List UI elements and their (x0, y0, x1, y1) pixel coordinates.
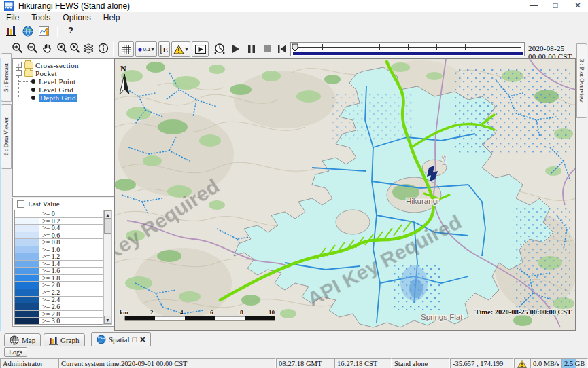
minimize-button[interactable]: — (523, 0, 544, 12)
legend-swatch (15, 318, 39, 325)
warning-icon (173, 45, 184, 54)
database-viewer-icon[interactable] (5, 26, 17, 37)
svg-text:N: N (120, 64, 126, 73)
grid-toggle-button[interactable] (118, 41, 134, 57)
tab-spatial-label: Spatial (109, 335, 130, 344)
status-warning-cell[interactable] (514, 358, 530, 368)
legend-swatch (15, 311, 39, 318)
time-slider-thumb[interactable] (292, 43, 298, 52)
globe-icon (97, 335, 106, 344)
map-display-icon[interactable] (22, 26, 33, 37)
set-current-time-icon[interactable] (213, 42, 226, 56)
legend-class-table: >= 0>= 0.2>= 0.4>= 0.6>= 0.8>= 1.0>= 1.2… (14, 210, 104, 325)
legend-label: >= 1.0 (39, 246, 103, 253)
tree-node-label: Level Point (39, 77, 75, 86)
legend-row[interactable]: >= 3.0 (15, 318, 103, 325)
status-gmt-time: 08:27:18 GMT (276, 358, 334, 368)
map-canvas[interactable]: Hikurangi Springs Flat SH1 N km 2 4 6 8 … (114, 58, 576, 331)
menu-file[interactable]: File (0, 12, 25, 24)
tab-data-viewer[interactable]: 6 : Data Viewer (1, 104, 12, 169)
menu-tools[interactable]: Tools (25, 12, 56, 24)
play-icon[interactable] (232, 44, 240, 54)
legend-label: >= 0.6 (39, 232, 103, 239)
tab-map[interactable]: Map (4, 333, 41, 347)
class-dot-icon (138, 48, 142, 52)
zoom-in-icon[interactable] (12, 42, 24, 54)
legend-label: >= 2.8 (39, 311, 103, 318)
info-icon[interactable] (98, 43, 109, 54)
time-slider[interactable] (290, 42, 525, 56)
pause-icon[interactable] (247, 44, 256, 54)
svg-text:6: 6 (210, 309, 213, 316)
legend-label: >= 1.4 (39, 261, 103, 268)
thresholds-dropdown[interactable]: ▾ (171, 41, 190, 57)
tree-node-label-selected: Depth Grid (39, 94, 77, 102)
scale-editor-button[interactable]: E (158, 41, 170, 57)
close-button[interactable]: ✕ (568, 0, 588, 12)
zoom-out-icon[interactable] (27, 42, 39, 54)
classification-dropdown[interactable]: 0.1 ▾ (135, 41, 157, 57)
menu-bar: File Tools Options Help (0, 12, 588, 24)
zoom-previous-icon[interactable] (56, 42, 68, 54)
svg-text:10: 10 (269, 309, 275, 316)
scroll-up-icon[interactable]: ▲ (104, 210, 111, 219)
logs-button[interactable]: Logs (4, 347, 27, 357)
legend-swatch (15, 297, 39, 303)
tab-forecast[interactable]: 5 : Forecast (1, 53, 12, 102)
tree-node-depth-grid[interactable]: Depth Grid (13, 94, 114, 102)
legend-label: >= 0.2 (39, 218, 103, 225)
legend-row[interactable]: >= 0 (15, 210, 103, 218)
tab-plot-overview[interactable]: 3 : Plot Overview (576, 43, 587, 118)
bullet-icon (31, 79, 35, 84)
legend-swatch (15, 246, 39, 253)
globe-wireframe-icon (10, 335, 19, 345)
legend-scrollbar[interactable]: ▲ ▼ (103, 210, 112, 325)
expand-icon[interactable]: + (16, 62, 22, 68)
legend-title: Last Value (28, 200, 60, 208)
tree-node-level-point[interactable]: Level Point (13, 77, 114, 86)
svg-text:Hikurangi: Hikurangi (406, 197, 439, 205)
legend-swatch (15, 253, 39, 260)
legend-swatch (15, 210, 39, 217)
last-value-checkbox[interactable] (17, 200, 24, 208)
status-download-rate: 0.0 MB/s (530, 358, 561, 368)
scroll-thumb[interactable] (104, 219, 111, 234)
scroll-down-icon[interactable]: ▼ (104, 316, 111, 324)
tab-graph[interactable]: Graph (44, 333, 85, 347)
status-system-time: Current system time:2020-09-01 00:00 CST (58, 358, 276, 368)
collapse-icon[interactable]: - (16, 70, 22, 76)
legend-row[interactable]: >= 2.2 (15, 289, 103, 297)
menu-help[interactable]: Help (97, 12, 126, 24)
timeseries-display-icon[interactable] (39, 26, 51, 37)
svg-text:8: 8 (240, 309, 243, 316)
toolbar-separator (57, 26, 58, 37)
pan-hand-icon[interactable] (41, 42, 54, 54)
legend-swatch (15, 232, 39, 239)
tree-node-level-grid[interactable]: Level Grid (13, 86, 114, 94)
layers-icon[interactable] (83, 43, 94, 54)
legend-label: >= 0.8 (39, 239, 103, 246)
legend-label: >= 2.0 (39, 282, 103, 289)
window-title: Hikurangi FEWS (Stand alone) (18, 1, 130, 11)
tree-node-label: Cross-section (35, 61, 79, 69)
svg-text:SH1: SH1 (440, 155, 447, 167)
tab-spatial[interactable]: Spatial □ ✕ (91, 332, 151, 347)
classification-value: 0.1 (143, 46, 150, 52)
stop-icon[interactable] (263, 44, 271, 54)
menu-options[interactable]: Options (56, 12, 97, 24)
toolbar-separator (113, 42, 114, 56)
step-backward-icon[interactable] (277, 44, 287, 54)
chevron-down-icon: ▾ (185, 47, 188, 52)
animation-button[interactable] (192, 41, 209, 57)
zoom-next-icon[interactable] (69, 42, 81, 54)
maximize-button[interactable]: □ (545, 0, 566, 12)
help-icon[interactable]: ? (68, 25, 73, 35)
tree-node-pocket[interactable]: - Pocket (13, 69, 114, 77)
legend-swatch (15, 303, 39, 310)
tab-maximize-icon[interactable]: □ (133, 336, 137, 344)
tree-node-label: Level Grid (39, 86, 73, 94)
bar-chart-icon (49, 336, 58, 345)
legend-label: >= 2.4 (39, 297, 103, 303)
tab-close-icon[interactable]: ✕ (139, 336, 145, 344)
filter-tree-panel: + Cross-section - Pocket Level Point Lev… (12, 58, 114, 197)
